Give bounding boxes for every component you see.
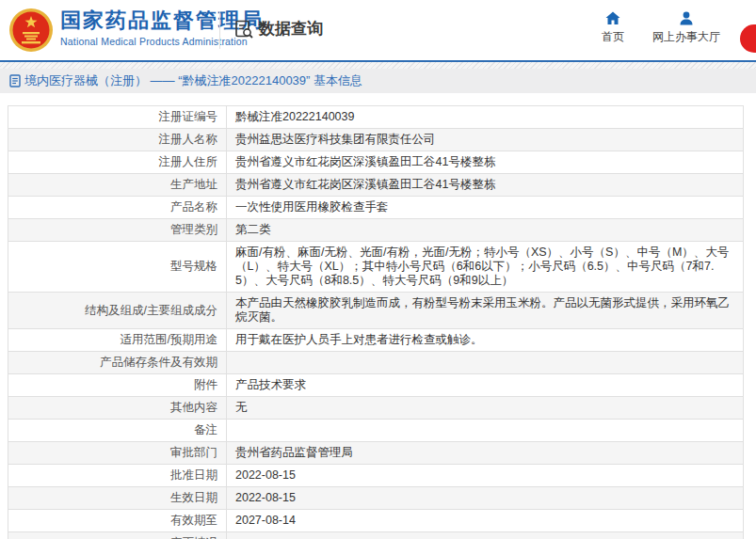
field-value: 麻面/有粉、麻面/无粉、光面/有粉，光面/无粉；特小号（XS）、小号（S）、中号… [227,242,744,293]
field-value: 贵州省遵义市红花岗区深溪镇盈田工谷41号楼整栋 [227,151,744,174]
field-label: 结构及组成/主要组成成分 [8,293,227,329]
table-row: 审批部门贵州省药品监督管理局 [8,442,744,465]
field-label: 注册人名称 [8,129,227,151]
header-divider [219,11,220,49]
field-value: 黔械注准20222140039 [227,106,744,129]
page: 国家药品监督管理局 National Medical Products Admi… [0,0,756,539]
table-row: 批准日期2022-08-15 [8,465,744,487]
breadcrumb-bar: 境内医疗器械（注册） —— “黔械注准20222140039” 基本信息 [0,69,756,93]
field-label: 批准日期 [8,465,227,487]
table-row: 产品名称一次性使用医用橡胶检查手套 [8,197,744,219]
field-label: 变更情况 [8,532,227,539]
field-label: 附件 [8,374,227,397]
field-label: 注册人住所 [8,151,227,174]
breadcrumb-text: 境内医疗器械（注册） —— “黔械注准20222140039” 基本信息 [24,72,362,89]
document-search-icon [233,19,254,40]
field-label: 产品储存条件及有效期 [8,352,227,374]
field-label: 注册证编号 [8,106,227,129]
field-value: 一次性使用医用橡胶检查手套 [227,197,744,219]
nav-service-hall-label: 网上办事大厅 [652,29,720,45]
floating-red-badge[interactable] [740,24,756,53]
field-value: 产品技术要求 [227,374,744,397]
registration-info-table-wrap: 注册证编号黔械注准20222140039注册人名称贵州益思达医疗科技集团有限责任… [8,105,744,539]
breadcrumb: 境内医疗器械（注册） —— “黔械注准20222140039” 基本信息 [9,72,362,89]
table-row: 变更情况 [8,532,744,539]
field-value: 贵州益思达医疗科技集团有限责任公司 [227,129,744,151]
field-value [227,420,744,442]
field-value: 贵州省遵义市红花岗区深溪镇盈田工谷41号楼整栋 [227,174,744,197]
top-nav: 首页 网上办事大厅 [602,11,720,45]
field-value: 本产品由天然橡胶胶乳制造而成，有粉型号粉末采用玉米粉。产品以无菌形式提供，采用环… [227,293,744,329]
table-row: 注册证编号黔械注准20222140039 [8,106,744,129]
field-value: 2022-08-15 [227,465,744,487]
table-row: 附件产品技术要求 [8,374,744,397]
table-row: 结构及组成/主要组成成分本产品由天然橡胶胶乳制造而成，有粉型号粉末采用玉米粉。产… [8,293,744,329]
table-row: 管理类别第二类 [8,219,744,242]
field-value: 贵州省药品监督管理局 [227,442,744,465]
field-label: 管理类别 [8,219,227,242]
field-label: 审批部门 [8,442,227,465]
field-value: 用于戴在医护人员手上对患者进行检查或触诊。 [227,329,744,352]
person-icon [679,11,694,25]
table-row: 其他内容无 [8,397,744,420]
table-row: 型号规格麻面/有粉、麻面/无粉、光面/有粉，光面/无粉；特小号（XS）、小号（S… [8,242,744,293]
nav-item-service-hall[interactable]: 网上办事大厅 [652,11,720,45]
field-label: 产品名称 [8,197,227,219]
field-value: 第二类 [227,219,744,242]
field-label: 生产地址 [8,174,227,197]
field-label: 生效日期 [8,487,227,510]
registration-info-table: 注册证编号黔械注准20222140039注册人名称贵州益思达医疗科技集团有限责任… [8,105,744,539]
table-row: 适用范围/预期用途用于戴在医护人员手上对患者进行检查或触诊。 [8,329,744,352]
data-query-section[interactable]: 数据查询 [233,18,323,40]
field-value [227,352,744,374]
field-value: 2022-08-15 [227,487,744,510]
stripe-band [0,62,756,69]
document-icon [9,74,21,87]
table-row: 生效日期2022-08-15 [8,487,744,510]
table-row: 生产地址贵州省遵义市红花岗区深溪镇盈田工谷41号楼整栋 [8,174,744,197]
national-emblem-logo[interactable] [8,8,54,53]
table-row: 备注 [8,420,744,442]
china-emblem-icon [8,8,54,53]
field-label: 备注 [8,420,227,442]
field-label: 型号规格 [8,242,227,293]
field-value: 无 [227,397,744,420]
header: 国家药品监督管理局 National Medical Products Admi… [0,0,756,60]
table-row: 注册人名称贵州益思达医疗科技集团有限责任公司 [8,129,744,151]
nav-item-home[interactable]: 首页 [602,11,624,45]
table-row: 注册人住所贵州省遵义市红花岗区深溪镇盈田工谷41号楼整栋 [8,151,744,174]
data-query-label: 数据查询 [259,18,323,40]
nav-home-label: 首页 [602,29,624,45]
field-label: 有效期至 [8,510,227,532]
field-label: 适用范围/预期用途 [8,329,227,352]
home-icon [605,11,620,25]
table-row: 有效期至2027-08-14 [8,510,744,532]
field-value [227,532,744,539]
table-row: 产品储存条件及有效期 [8,352,744,374]
field-label: 其他内容 [8,397,227,420]
field-value: 2027-08-14 [227,510,744,532]
